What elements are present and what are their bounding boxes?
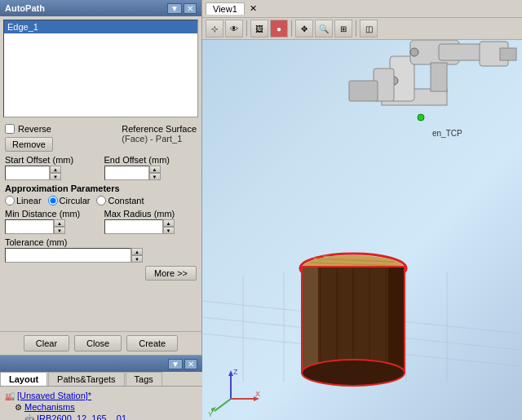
svg-rect-31 xyxy=(302,267,318,373)
toolbar-view-btn[interactable]: 👁 xyxy=(225,20,243,38)
start-offset-up[interactable]: ▲ xyxy=(50,166,61,173)
tree-station: 🏭 [Unsaved Station]* xyxy=(5,390,197,401)
svg-rect-11 xyxy=(410,40,459,64)
min-dist-input[interactable]: 3.00 xyxy=(5,219,54,234)
create-button[interactable]: Create xyxy=(126,335,178,351)
svg-line-2 xyxy=(202,301,520,334)
view-header: View1 ✕ xyxy=(202,0,522,18)
start-offset-input[interactable]: 0.00 xyxy=(5,166,50,180)
toolbar-zoom-btn[interactable]: 🔍 xyxy=(315,20,333,38)
radio-constant[interactable] xyxy=(96,196,106,206)
svg-rect-13 xyxy=(480,42,508,66)
svg-point-20 xyxy=(418,114,424,121)
tab-paths-targets[interactable]: Paths&Targets xyxy=(48,372,125,386)
toolbar-sep-1 xyxy=(246,20,247,37)
view-toolbar: ⊹ 👁 🖼 ● ✥ 🔍 ⊞ ◫ xyxy=(202,18,522,40)
svg-rect-19 xyxy=(431,63,447,91)
end-offset-down[interactable]: ▼ xyxy=(149,173,161,180)
tree-robot: 🤖 IRB2600_12_165__01 xyxy=(5,413,197,420)
radio-linear[interactable] xyxy=(5,196,15,206)
svg-rect-17 xyxy=(374,69,394,101)
svg-rect-12 xyxy=(439,44,504,60)
tab-tags[interactable]: Tags xyxy=(126,372,162,386)
end-offset-up[interactable]: ▲ xyxy=(149,166,161,173)
reverse-checkbox[interactable] xyxy=(5,124,15,134)
svg-rect-9 xyxy=(382,89,447,105)
layout-title xyxy=(5,359,7,369)
more-button[interactable]: More >> xyxy=(145,266,197,281)
min-dist-label: Min Distance (mm) xyxy=(5,209,98,219)
svg-marker-41 xyxy=(228,370,233,376)
toolbar-render-btn[interactable]: ● xyxy=(270,20,288,38)
svg-line-28 xyxy=(321,260,388,263)
svg-line-46 xyxy=(215,399,231,411)
toolbar-sep-2 xyxy=(291,20,292,37)
tolerance-down[interactable]: ▼ xyxy=(131,255,143,263)
toolbar-select-btn[interactable]: ⊹ xyxy=(206,20,223,38)
ref-surface-value: (Face) - Part_1 xyxy=(122,134,197,144)
tolerance-input[interactable]: 1.00 xyxy=(5,248,131,263)
3d-viewport[interactable]: en_TCP xyxy=(202,40,522,420)
mechanisms-icon: ⚙ xyxy=(15,403,22,412)
clear-button[interactable]: Clear xyxy=(24,335,69,351)
layout-tree: 🏭 [Unsaved Station]* ⚙ Mechanisms 🤖 IRB2… xyxy=(0,387,202,420)
close-button[interactable]: Close xyxy=(74,335,122,351)
svg-rect-10 xyxy=(390,56,414,101)
remove-button[interactable]: Remove xyxy=(5,137,53,152)
max-radius-up[interactable]: ▲ xyxy=(163,219,175,227)
edge-item[interactable]: Edge_1 xyxy=(4,20,197,33)
max-radius-down[interactable]: ▼ xyxy=(163,227,175,234)
start-offset-label: Start Offset (mm) xyxy=(5,155,98,165)
layout-pin-icon[interactable]: ▼ xyxy=(168,359,183,369)
edge-list[interactable]: Edge_1 xyxy=(3,20,198,117)
approx-params-title: Approximation Parameters xyxy=(5,183,197,193)
svg-rect-38 xyxy=(302,267,405,373)
tree-mechanisms: ⚙ Mechanisms xyxy=(5,401,197,413)
view-close-icon[interactable]: ✕ xyxy=(250,3,257,14)
toolbar-perspective-btn[interactable]: ◫ xyxy=(360,20,378,38)
toolbar-fit-btn[interactable]: ⊞ xyxy=(334,20,352,38)
robot-label: IRB2600_12_165__01 xyxy=(37,413,126,420)
svg-rect-18 xyxy=(349,81,378,101)
svg-point-16 xyxy=(410,48,418,56)
toolbar-sep-3 xyxy=(356,20,356,37)
svg-line-29 xyxy=(323,256,385,259)
svg-rect-30 xyxy=(302,267,405,373)
svg-rect-14 xyxy=(500,48,516,60)
radio-circular-label[interactable]: Circular xyxy=(48,196,91,206)
svg-line-25 xyxy=(313,259,395,262)
start-offset-down[interactable]: ▼ xyxy=(50,173,61,180)
max-radius-input[interactable]: 100000.00 xyxy=(104,219,163,234)
svg-point-21 xyxy=(300,254,406,283)
svg-marker-44 xyxy=(254,396,259,401)
min-dist-up[interactable]: ▲ xyxy=(54,219,65,227)
radio-linear-label[interactable]: Linear xyxy=(5,196,42,206)
view-tab[interactable]: View1 xyxy=(206,2,245,15)
autopath-title: AutoPath xyxy=(5,3,45,13)
reverse-label: Reverse xyxy=(18,124,51,134)
tab-layout[interactable]: Layout xyxy=(0,372,47,386)
station-icon: 🏭 xyxy=(5,391,15,400)
panel-close-icon[interactable]: ✕ xyxy=(184,3,197,14)
radio-circular[interactable] xyxy=(48,196,58,206)
robot-icon: 🤖 xyxy=(24,414,34,421)
svg-point-22 xyxy=(302,255,405,281)
svg-text:Y: Y xyxy=(208,410,213,418)
radio-constant-label[interactable]: Constant xyxy=(96,196,144,206)
panel-pin-icon[interactable]: ▼ xyxy=(167,3,182,14)
end-offset-input[interactable]: 0.00 xyxy=(104,166,149,180)
svg-line-24 xyxy=(310,263,398,266)
toolbar-face-btn[interactable]: 🖼 xyxy=(250,20,268,38)
svg-line-23 xyxy=(308,267,405,270)
svg-text:X: X xyxy=(255,390,260,398)
svg-point-15 xyxy=(390,77,398,85)
grid-svg: en_TCP xyxy=(202,40,522,420)
svg-line-27 xyxy=(312,271,395,273)
toolbar-pan-btn[interactable]: ✥ xyxy=(295,20,313,38)
max-radius-label: Max Radius (mm) xyxy=(104,209,197,219)
min-dist-down[interactable]: ▼ xyxy=(54,227,65,234)
tolerance-up[interactable]: ▲ xyxy=(131,248,143,255)
layout-close-icon[interactable]: ✕ xyxy=(184,359,197,369)
svg-marker-47 xyxy=(211,407,216,413)
station-label: [Unsaved Station]* xyxy=(17,391,91,400)
